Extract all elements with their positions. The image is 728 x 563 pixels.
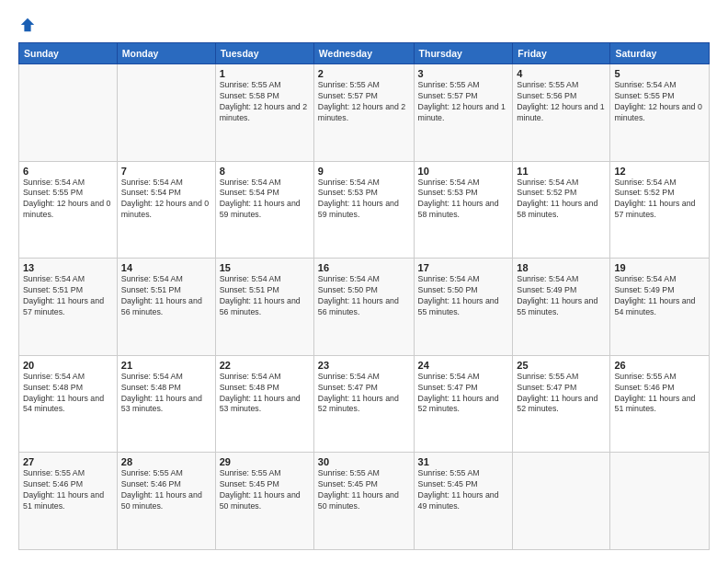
day-info: Sunrise: 5:55 AM Sunset: 5:57 PM Dayligh…	[318, 80, 410, 124]
day-cell	[610, 453, 710, 550]
day-number: 11	[517, 166, 606, 177]
day-cell: 31Sunrise: 5:55 AM Sunset: 5:45 PM Dayli…	[414, 453, 513, 550]
day-number: 31	[418, 456, 509, 467]
day-number: 15	[220, 262, 310, 273]
day-header-tuesday: Tuesday	[215, 43, 313, 64]
day-cell: 26Sunrise: 5:55 AM Sunset: 5:46 PM Dayli…	[610, 355, 710, 453]
logo-icon	[19, 17, 36, 33]
day-cell: 8Sunrise: 5:54 AM Sunset: 5:54 PM Daylig…	[215, 161, 313, 259]
day-cell: 15Sunrise: 5:54 AM Sunset: 5:51 PM Dayli…	[215, 259, 313, 356]
day-number: 1	[220, 68, 310, 79]
day-info: Sunrise: 5:55 AM Sunset: 5:46 PM Dayligh…	[23, 468, 113, 512]
day-number: 30	[318, 456, 410, 467]
day-cell: 14Sunrise: 5:54 AM Sunset: 5:51 PM Dayli…	[117, 259, 215, 356]
day-cell: 1Sunrise: 5:55 AM Sunset: 5:58 PM Daylig…	[215, 64, 313, 162]
day-number: 14	[121, 262, 211, 273]
day-cell: 17Sunrise: 5:54 AM Sunset: 5:50 PM Dayli…	[414, 259, 513, 356]
day-number: 4	[517, 68, 606, 79]
day-cell: 18Sunrise: 5:54 AM Sunset: 5:49 PM Dayli…	[513, 259, 610, 356]
day-number: 29	[220, 456, 310, 467]
header	[18, 17, 710, 33]
day-info: Sunrise: 5:55 AM Sunset: 5:45 PM Dayligh…	[418, 468, 509, 512]
day-number: 5	[614, 68, 705, 79]
day-number: 25	[517, 360, 606, 371]
day-cell: 25Sunrise: 5:55 AM Sunset: 5:47 PM Dayli…	[513, 355, 610, 453]
day-info: Sunrise: 5:54 AM Sunset: 5:48 PM Dayligh…	[220, 372, 310, 416]
day-cell: 19Sunrise: 5:54 AM Sunset: 5:49 PM Dayli…	[610, 259, 710, 356]
day-info: Sunrise: 5:55 AM Sunset: 5:57 PM Dayligh…	[418, 80, 509, 124]
day-info: Sunrise: 5:54 AM Sunset: 5:47 PM Dayligh…	[318, 372, 410, 416]
day-cell: 3Sunrise: 5:55 AM Sunset: 5:57 PM Daylig…	[414, 64, 513, 162]
day-cell	[117, 64, 215, 162]
day-number: 10	[418, 166, 509, 177]
day-number: 19	[614, 262, 705, 273]
day-number: 20	[23, 360, 113, 371]
day-cell: 10Sunrise: 5:54 AM Sunset: 5:53 PM Dayli…	[414, 161, 513, 259]
day-info: Sunrise: 5:54 AM Sunset: 5:55 PM Dayligh…	[614, 80, 705, 124]
svg-marker-0	[21, 18, 34, 31]
week-row-2: 6Sunrise: 5:54 AM Sunset: 5:55 PM Daylig…	[19, 161, 710, 259]
day-number: 22	[220, 360, 310, 371]
day-info: Sunrise: 5:55 AM Sunset: 5:45 PM Dayligh…	[318, 468, 410, 512]
day-cell: 6Sunrise: 5:54 AM Sunset: 5:55 PM Daylig…	[19, 161, 118, 259]
day-number: 12	[614, 166, 705, 177]
day-info: Sunrise: 5:54 AM Sunset: 5:50 PM Dayligh…	[318, 274, 410, 318]
day-info: Sunrise: 5:54 AM Sunset: 5:52 PM Dayligh…	[614, 178, 705, 222]
day-number: 7	[121, 166, 211, 177]
day-info: Sunrise: 5:55 AM Sunset: 5:46 PM Dayligh…	[121, 468, 211, 512]
logo	[18, 17, 37, 33]
day-info: Sunrise: 5:54 AM Sunset: 5:54 PM Dayligh…	[220, 178, 310, 222]
day-header-monday: Monday	[117, 43, 215, 64]
day-number: 23	[318, 360, 410, 371]
day-info: Sunrise: 5:54 AM Sunset: 5:50 PM Dayligh…	[418, 274, 509, 318]
day-cell: 4Sunrise: 5:55 AM Sunset: 5:56 PM Daylig…	[513, 64, 610, 162]
day-info: Sunrise: 5:55 AM Sunset: 5:46 PM Dayligh…	[614, 372, 705, 416]
day-info: Sunrise: 5:54 AM Sunset: 5:49 PM Dayligh…	[517, 274, 606, 318]
day-cell: 29Sunrise: 5:55 AM Sunset: 5:45 PM Dayli…	[215, 453, 313, 550]
week-row-3: 13Sunrise: 5:54 AM Sunset: 5:51 PM Dayli…	[19, 259, 710, 356]
day-info: Sunrise: 5:54 AM Sunset: 5:53 PM Dayligh…	[318, 178, 410, 222]
day-info: Sunrise: 5:55 AM Sunset: 5:56 PM Dayligh…	[517, 80, 606, 124]
day-cell: 27Sunrise: 5:55 AM Sunset: 5:46 PM Dayli…	[19, 453, 118, 550]
day-number: 28	[121, 456, 211, 467]
week-row-4: 20Sunrise: 5:54 AM Sunset: 5:48 PM Dayli…	[19, 355, 710, 453]
day-number: 16	[318, 262, 410, 273]
day-info: Sunrise: 5:54 AM Sunset: 5:48 PM Dayligh…	[121, 372, 211, 416]
calendar-table: SundayMondayTuesdayWednesdayThursdayFrid…	[18, 42, 710, 550]
day-info: Sunrise: 5:55 AM Sunset: 5:47 PM Dayligh…	[517, 372, 606, 416]
day-info: Sunrise: 5:54 AM Sunset: 5:49 PM Dayligh…	[614, 274, 705, 318]
day-number: 8	[220, 166, 310, 177]
day-number: 2	[318, 68, 410, 79]
day-cell: 11Sunrise: 5:54 AM Sunset: 5:52 PM Dayli…	[513, 161, 610, 259]
day-header-friday: Friday	[513, 43, 610, 64]
day-header-thursday: Thursday	[414, 43, 513, 64]
day-header-wednesday: Wednesday	[313, 43, 414, 64]
day-info: Sunrise: 5:54 AM Sunset: 5:48 PM Dayligh…	[23, 372, 113, 416]
day-number: 6	[23, 166, 113, 177]
day-cell: 24Sunrise: 5:54 AM Sunset: 5:47 PM Dayli…	[414, 355, 513, 453]
day-cell: 21Sunrise: 5:54 AM Sunset: 5:48 PM Dayli…	[117, 355, 215, 453]
day-cell: 22Sunrise: 5:54 AM Sunset: 5:48 PM Dayli…	[215, 355, 313, 453]
day-number: 26	[614, 360, 705, 371]
day-cell	[513, 453, 610, 550]
day-number: 21	[121, 360, 211, 371]
day-number: 13	[23, 262, 113, 273]
week-row-5: 27Sunrise: 5:55 AM Sunset: 5:46 PM Dayli…	[19, 453, 710, 550]
day-info: Sunrise: 5:54 AM Sunset: 5:47 PM Dayligh…	[418, 372, 509, 416]
day-number: 18	[517, 262, 606, 273]
day-number: 9	[318, 166, 410, 177]
day-cell: 9Sunrise: 5:54 AM Sunset: 5:53 PM Daylig…	[313, 161, 414, 259]
header-row: SundayMondayTuesdayWednesdayThursdayFrid…	[19, 43, 710, 64]
day-cell: 2Sunrise: 5:55 AM Sunset: 5:57 PM Daylig…	[313, 64, 414, 162]
day-info: Sunrise: 5:55 AM Sunset: 5:45 PM Dayligh…	[220, 468, 310, 512]
day-cell: 28Sunrise: 5:55 AM Sunset: 5:46 PM Dayli…	[117, 453, 215, 550]
day-cell: 12Sunrise: 5:54 AM Sunset: 5:52 PM Dayli…	[610, 161, 710, 259]
day-info: Sunrise: 5:54 AM Sunset: 5:51 PM Dayligh…	[220, 274, 310, 318]
day-number: 24	[418, 360, 509, 371]
day-cell: 7Sunrise: 5:54 AM Sunset: 5:54 PM Daylig…	[117, 161, 215, 259]
week-row-1: 1Sunrise: 5:55 AM Sunset: 5:58 PM Daylig…	[19, 64, 710, 162]
day-info: Sunrise: 5:54 AM Sunset: 5:55 PM Dayligh…	[23, 178, 113, 222]
day-cell: 13Sunrise: 5:54 AM Sunset: 5:51 PM Dayli…	[19, 259, 118, 356]
day-cell	[19, 64, 118, 162]
day-info: Sunrise: 5:54 AM Sunset: 5:51 PM Dayligh…	[23, 274, 113, 318]
